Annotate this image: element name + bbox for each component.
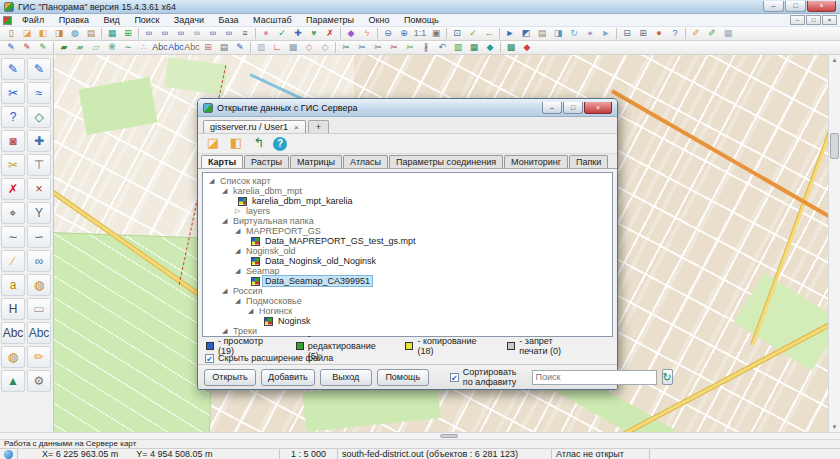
split-object-icon[interactable]: ✂ xyxy=(386,41,402,54)
tree-expander-icon[interactable]: ◢ xyxy=(222,326,231,336)
merge-object-icon[interactable]: ✂ xyxy=(402,41,418,54)
edit-pencil-icon[interactable]: ✎ xyxy=(3,41,19,54)
gear-icon[interactable]: ⚙ xyxy=(27,370,51,392)
grid-icon[interactable]: ▦ xyxy=(720,27,736,40)
separator[interactable] xyxy=(616,28,617,39)
mdi-close-button[interactable]: × xyxy=(822,15,837,25)
create-area-icon[interactable]: ▰ xyxy=(56,41,72,54)
mdi-restore-button[interactable]: □ xyxy=(806,15,821,25)
tree-item[interactable]: ◢ Список карт xyxy=(205,176,610,186)
status-scale-cell[interactable]: 1 : 5 000 xyxy=(280,449,338,459)
tree-item[interactable]: ◢ karelia_dbm_mpt xyxy=(205,186,610,196)
separator[interactable] xyxy=(138,28,139,39)
diamond-teal-icon[interactable]: ◆ xyxy=(482,41,498,54)
refresh-button[interactable]: ↻ xyxy=(662,369,673,385)
zoom-out-icon[interactable]: ⊖ xyxy=(380,27,396,40)
flashlight-icon[interactable]: ◍ xyxy=(1,346,25,368)
tab-connection-params[interactable]: Параметры соединения xyxy=(389,155,503,168)
node-edit-icon[interactable]: ⊤ xyxy=(27,154,51,176)
move-area-icon[interactable]: ▱ xyxy=(88,41,104,54)
draw-pencil2-icon[interactable]: ✎ xyxy=(27,58,51,80)
new-document-icon[interactable]: ▯ xyxy=(3,27,19,40)
palette-icon[interactable]: ● xyxy=(651,27,667,40)
separator[interactable] xyxy=(446,28,447,39)
network-folder-icon[interactable]: ◨ xyxy=(51,27,67,40)
mdi-minimize-button[interactable]: – xyxy=(790,15,805,25)
dialog-titlebar[interactable]: Открытие данных с ГИС Сервера – □ × xyxy=(198,99,617,117)
help-cursor-icon[interactable]: ? xyxy=(667,27,683,40)
edit-blue-icon[interactable]: ✎ xyxy=(232,41,248,54)
menu-window[interactable]: Окно xyxy=(363,14,396,26)
delete-part-icon[interactable]: × xyxy=(27,178,51,200)
create-areas-icon[interactable]: ▰ xyxy=(72,41,88,54)
sort-alphabet-checkbox[interactable]: ✔ xyxy=(450,373,459,382)
tree-expander-icon[interactable]: ◢ xyxy=(222,186,231,196)
tree-item[interactable]: Data_MAPREPORT_GS_test_gs.mpt xyxy=(205,236,610,246)
separator[interactable] xyxy=(250,42,251,53)
send-map-icon[interactable]: ◨ xyxy=(550,27,566,40)
tree-item[interactable]: ▷ layers xyxy=(205,206,610,216)
raster-icon[interactable]: ▩ xyxy=(285,41,301,54)
connection-tab[interactable]: gisserver.ru / User1 × xyxy=(203,120,306,133)
rotate-object-icon[interactable]: ↶ xyxy=(434,41,450,54)
delete-object-icon[interactable]: ✗ xyxy=(1,178,25,200)
measure-icon[interactable]: ✐ xyxy=(688,27,704,40)
map-vertical-scrollbar[interactable]: ▲ ▼ xyxy=(828,55,840,432)
separator[interactable] xyxy=(53,42,54,53)
menu-scale[interactable]: Масштаб xyxy=(247,14,298,26)
tab-matrices[interactable]: Матрицы xyxy=(290,155,342,168)
select-add-icon[interactable]: ✚ xyxy=(290,27,306,40)
separator[interactable] xyxy=(685,28,686,39)
highlight-a-icon[interactable]: a xyxy=(1,274,25,296)
find-area-icon[interactable]: ∞ xyxy=(189,27,205,40)
help-icon[interactable]: ? xyxy=(273,137,287,151)
separator[interactable] xyxy=(335,42,336,53)
scroll-up-icon[interactable]: ▲ xyxy=(829,55,840,65)
find-back-icon[interactable]: ∞ xyxy=(221,27,237,40)
crosshair-icon[interactable]: ⌖ xyxy=(1,202,25,224)
tree-item[interactable]: ◢ Ногинск xyxy=(205,306,610,316)
select-clear-icon[interactable]: ✗ xyxy=(322,27,338,40)
diamond-red-icon[interactable]: ◆ xyxy=(519,41,535,54)
open-data-icon[interactable]: ◪ xyxy=(204,135,222,152)
separator[interactable] xyxy=(255,28,256,39)
add-layer-icon[interactable]: ⊞ xyxy=(120,27,136,40)
tree-item[interactable]: ◢ MAPREPORT_GS xyxy=(205,226,610,236)
search-input[interactable] xyxy=(532,370,657,385)
pencil-orange-icon[interactable]: ✏ xyxy=(27,346,51,368)
close-button[interactable]: × xyxy=(807,1,836,12)
stats-icon[interactable]: ▥ xyxy=(450,41,466,54)
maximize-button[interactable]: □ xyxy=(785,1,806,12)
measure-area-icon[interactable]: ✐ xyxy=(704,27,720,40)
paint-fill-icon[interactable]: ◙ xyxy=(1,130,25,152)
print-icon[interactable]: ⊟ xyxy=(619,27,635,40)
tree-item[interactable]: Noginsk xyxy=(205,316,610,326)
tree-item[interactable]: ◢ Seamap xyxy=(205,266,610,276)
zoom-in-icon[interactable]: ⊕ xyxy=(396,27,412,40)
stitch-objects-icon[interactable]: ∦ xyxy=(418,41,434,54)
label-abc-icon[interactable]: Abc xyxy=(152,41,168,54)
abc-label-icon[interactable]: Abc xyxy=(1,322,25,344)
menu-tasks[interactable]: Задачи xyxy=(168,14,210,26)
tree-item[interactable]: ◢ Треки xyxy=(205,326,610,336)
tree-item[interactable]: ◢ Россия xyxy=(205,286,610,296)
horizontal-scroll-thumb[interactable] xyxy=(440,434,458,438)
letter-h-icon[interactable]: H xyxy=(1,298,25,320)
move-object-icon[interactable]: ✚ xyxy=(27,130,51,152)
flashlight2-icon[interactable]: ◍ xyxy=(27,274,51,296)
layers-icon[interactable]: ▦ xyxy=(104,27,120,40)
tree-expander-icon[interactable]: ◢ xyxy=(235,246,244,256)
view-select-icon[interactable]: ✓ xyxy=(465,27,481,40)
select-check-icon[interactable]: ✓ xyxy=(274,27,290,40)
object-card-icon[interactable]: ▤ xyxy=(534,27,550,40)
create-points-icon[interactable]: ∴ xyxy=(136,41,152,54)
tree-expander-icon[interactable]: ◢ xyxy=(235,296,244,306)
view-back-icon[interactable]: ← xyxy=(481,27,497,40)
update-cursor-icon[interactable]: ↻ xyxy=(566,27,582,40)
dialog-maximize-button[interactable]: □ xyxy=(563,102,583,114)
tree-expander-icon[interactable]: ▷ xyxy=(235,206,244,216)
tab-atlases[interactable]: Атласы xyxy=(343,155,388,168)
find-next-icon[interactable]: ∞ xyxy=(205,27,221,40)
cursor-icon[interactable]: ► xyxy=(598,27,614,40)
select-shape-icon[interactable]: ● xyxy=(258,27,274,40)
